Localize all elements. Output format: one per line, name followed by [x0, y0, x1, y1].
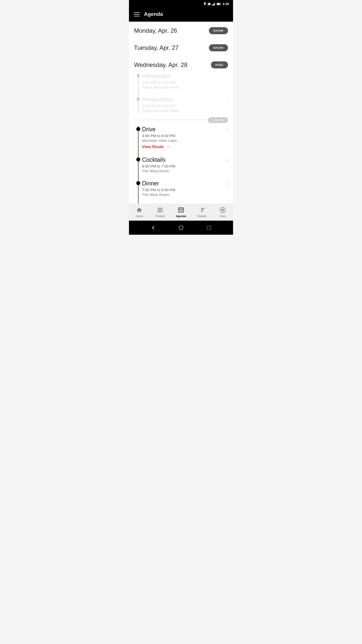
timeline-line-active — [138, 126, 139, 204]
chat-svg — [219, 207, 226, 213]
svg-rect-0 — [208, 3, 210, 5]
event-location-dinner: The Wine Room — [142, 192, 228, 197]
view-route-btn[interactable]: View Route → — [142, 144, 228, 149]
event-dot-presentation — [137, 97, 140, 101]
signal-icon — [212, 3, 215, 6]
chevron-drive: › — [227, 127, 228, 132]
event-title-presentation: Presentation — [142, 96, 228, 103]
nav-label-agenda: Agenda — [176, 215, 186, 218]
status-bar: 3:28 — [129, 0, 233, 8]
chevron-introduction: › — [227, 74, 228, 79]
svg-rect-18 — [181, 211, 181, 211]
wednesday-toggle-btn[interactable]: HIDE — [211, 61, 228, 68]
event-time-drive: 4:00 PM to 6:00 PM — [142, 134, 228, 138]
current-time-divider: 3:28 PM — [134, 120, 228, 123]
routes-svg — [199, 207, 205, 213]
routes-icon — [198, 207, 205, 214]
home-button[interactable] — [177, 224, 185, 231]
chat-icon — [219, 207, 226, 214]
wednesday-date-label: Wednesday, Apr. 28 — [134, 61, 188, 68]
nav-label-home: Home — [136, 215, 143, 218]
svg-rect-17 — [179, 211, 180, 211]
svg-rect-16 — [182, 210, 183, 210]
svg-rect-8 — [217, 3, 220, 5]
bottom-navigation: Home Product Agenda — [129, 204, 233, 221]
menu-button[interactable] — [134, 12, 140, 16]
recents-icon — [207, 226, 211, 229]
svg-rect-19 — [182, 211, 183, 211]
monday-toggle-btn[interactable]: SHOW — [209, 27, 228, 34]
circle-home-icon — [179, 225, 183, 230]
event-time-introduction: 1:00 PM to 2:00 PM — [142, 80, 228, 85]
nav-item-chat[interactable]: Chat — [212, 207, 233, 218]
svg-rect-12 — [182, 207, 183, 208]
event-title-introduction: Introduction — [142, 73, 228, 79]
event-title-dinner: Dinner — [142, 180, 228, 187]
vibrate-icon — [208, 2, 211, 6]
time-badge-container: 3:28 PM — [134, 117, 228, 123]
status-icons: 3:28 — [203, 2, 229, 6]
event-location-introduction: Rocky Mountain Hotel — [142, 85, 228, 89]
event-cocktails[interactable]: › Cocktails 6:00 PM to 7:00 PM The Wine … — [142, 156, 228, 180]
chevron-dinner: › — [227, 181, 228, 186]
back-button[interactable] — [150, 224, 157, 231]
monday-section-header: Monday, Apr. 26 SHOW — [129, 22, 233, 39]
svg-rect-4 — [213, 4, 214, 6]
product-svg — [157, 207, 163, 213]
svg-rect-25 — [207, 226, 211, 229]
nav-item-routes[interactable]: Routes — [191, 207, 212, 218]
route-arrow-icon: → — [166, 144, 170, 149]
event-title-drive: Drive — [142, 126, 228, 133]
main-content: Monday, Apr. 26 SHOW Tuesday, Apr. 27 SH… — [129, 22, 233, 204]
event-time-dinner: 7:00 PM to 9:00 PM — [142, 188, 228, 192]
home-svg — [136, 207, 142, 213]
chevron-cocktails: › — [227, 157, 228, 163]
tuesday-date-label: Tuesday, Apr. 27 — [134, 44, 178, 51]
system-navigation — [129, 221, 233, 235]
nav-item-agenda[interactable]: Agenda — [171, 207, 192, 218]
svg-point-23 — [222, 209, 223, 211]
event-location-drive: Mountain View Lawn — [142, 138, 228, 143]
back-icon — [151, 225, 155, 230]
nav-item-home[interactable]: Home — [129, 207, 150, 218]
event-dinner[interactable]: › Dinner 7:00 PM to 9:00 PM The Wine Roo… — [142, 180, 228, 204]
event-drive[interactable]: › Drive 4:00 PM to 6:00 PM Mountain View… — [142, 126, 228, 156]
tuesday-toggle-btn[interactable]: SHOW — [209, 44, 228, 51]
wednesday-section-header: Wednesday, Apr. 28 HIDE — [129, 56, 233, 73]
agenda-svg — [178, 207, 184, 213]
view-route-label: View Route — [142, 145, 164, 149]
nav-label-chat: Chat — [220, 215, 225, 218]
svg-rect-1 — [208, 3, 208, 5]
event-dot-cocktails — [136, 157, 140, 162]
chevron-presentation: › — [227, 97, 228, 103]
svg-rect-6 — [215, 3, 215, 6]
nav-item-product[interactable]: Product — [150, 207, 171, 218]
svg-rect-3 — [212, 5, 213, 6]
svg-point-24 — [179, 226, 183, 230]
timeline-line-past — [138, 73, 139, 113]
wednesday-events: › Introduction 1:00 PM to 2:00 PM Rocky … — [129, 73, 233, 120]
svg-rect-9 — [221, 4, 221, 4]
event-dot-drive — [136, 127, 140, 131]
event-dot-introduction — [137, 74, 140, 77]
event-introduction[interactable]: › Introduction 1:00 PM to 2:00 PM Rocky … — [142, 73, 228, 96]
event-time-presentation: 3:00 PM to 4:00 PM — [142, 104, 228, 108]
location-icon — [203, 2, 206, 6]
tuesday-section-header: Tuesday, Apr. 27 SHOW — [129, 39, 233, 56]
product-icon — [157, 207, 164, 214]
svg-rect-5 — [214, 3, 215, 6]
recents-button[interactable] — [205, 224, 212, 231]
svg-rect-2 — [210, 3, 211, 5]
nav-label-product: Product — [155, 215, 165, 218]
event-time-cocktails: 6:00 PM to 7:00 PM — [142, 164, 228, 168]
current-time-badge: 3:28 PM — [208, 117, 228, 123]
event-presentation[interactable]: › Presentation 3:00 PM to 4:00 PM Rocky … — [142, 96, 228, 120]
battery-icon — [217, 3, 221, 5]
active-events: › Drive 4:00 PM to 6:00 PM Mountain View… — [129, 126, 233, 204]
event-dot-dinner — [136, 181, 140, 185]
page-title: Agenda — [144, 11, 163, 17]
monday-date-label: Monday, Apr. 26 — [134, 27, 177, 34]
home-icon — [136, 207, 143, 214]
agenda-icon — [177, 207, 185, 214]
event-title-cocktails: Cocktails — [142, 156, 228, 163]
